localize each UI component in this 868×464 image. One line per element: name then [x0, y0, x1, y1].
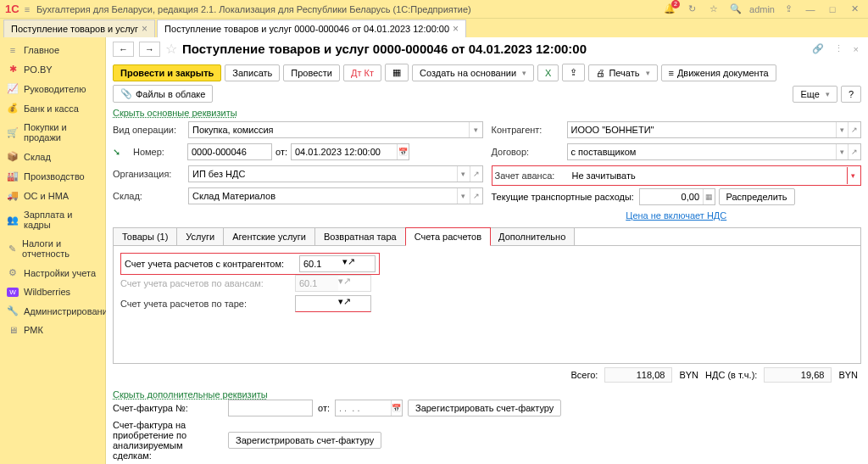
tab-close-icon[interactable]: ×	[453, 23, 459, 35]
sidebar-item-admin[interactable]: 🔧Администрирование	[0, 301, 105, 321]
upload-button[interactable]: ⇪	[562, 64, 585, 81]
open-icon[interactable]: ↗	[470, 188, 482, 204]
chart-icon: 📈	[7, 83, 19, 94]
star-icon[interactable]: ☆	[705, 2, 722, 17]
dropdown-icon[interactable]: ▾	[457, 188, 470, 204]
date-field[interactable]: 📅	[291, 143, 409, 160]
sidebar-item-rmk[interactable]: 🖥РМК	[0, 321, 105, 339]
tab-extra[interactable]: Дополнительно	[490, 228, 575, 245]
contractor-field[interactable]: ▾↗	[567, 121, 862, 138]
dropdown-icon[interactable]: ▾	[836, 122, 849, 137]
sf-date-field[interactable]: 📅	[335, 400, 403, 416]
op-type-field[interactable]: ▾	[188, 121, 483, 138]
contractor-label: Контрагент:	[492, 125, 564, 135]
price-vat-link[interactable]: Цена не включает НДС	[626, 210, 726, 221]
more-button[interactable]: Еще	[793, 86, 837, 103]
minimize-icon[interactable]: —	[802, 2, 819, 17]
print-barcode-button[interactable]: ▦	[385, 64, 409, 81]
warehouse-field[interactable]: ▾↗	[188, 187, 483, 204]
tab-goods[interactable]: Товары (1)	[114, 228, 177, 245]
write-button[interactable]: Записать	[225, 64, 280, 81]
truck-icon: 🚚	[7, 190, 19, 201]
currency: BYN	[838, 370, 858, 380]
sidebar-item-warehouse[interactable]: 📦Склад	[0, 147, 105, 166]
movements-button[interactable]: ≡ Движения документа	[661, 64, 776, 81]
advance-field[interactable]: ▾	[569, 167, 860, 184]
open-icon[interactable]: ↗	[343, 296, 351, 311]
total-value: 118,08	[604, 367, 672, 383]
advance-label: Зачет аванса:	[493, 171, 565, 181]
contract-field[interactable]: ▾↗	[567, 143, 862, 160]
open-icon[interactable]: ↗	[348, 256, 355, 271]
open-icon[interactable]: ↗	[848, 144, 860, 159]
tab-doc-list[interactable]: Поступление товаров и услуг×	[3, 20, 155, 37]
tab-tare[interactable]: Возвратная тара	[315, 228, 406, 245]
dropdown-icon[interactable]: ▾	[836, 144, 849, 159]
register-sf-acq-button[interactable]: Зарегистрировать счет-фактуру	[228, 432, 381, 449]
dropdown-icon[interactable]: ▾	[457, 166, 470, 182]
calc-icon[interactable]: ▦	[703, 189, 714, 204]
register-sf-button[interactable]: Зарегистрировать счет-фактуру	[408, 400, 561, 416]
search-icon[interactable]: 🔍	[727, 2, 744, 17]
transport-field[interactable]: ▦	[639, 188, 715, 205]
calendar-icon[interactable]: 📅	[391, 400, 402, 416]
acct-tare-field[interactable]: ▾↗	[295, 295, 371, 312]
app-logo: 1C	[5, 3, 19, 15]
factory-icon: 🏭	[7, 171, 19, 182]
sidebar-item-tax[interactable]: ✎Налоги и отчетность	[0, 234, 105, 263]
excel-button[interactable]: X	[537, 64, 559, 81]
org-field[interactable]: ▾↗	[188, 165, 483, 182]
post-button[interactable]: Провести	[283, 64, 340, 81]
close-icon[interactable]: ✕	[846, 2, 863, 17]
contract-label: Договор:	[492, 147, 564, 157]
sidebar-item-payroll[interactable]: 👥Зарплата и кадры	[0, 205, 105, 234]
dropdown-icon[interactable]: ▾	[469, 122, 481, 137]
hide-main-link[interactable]: Скрыть основные реквизиты	[113, 108, 237, 118]
caps-icon[interactable]: ⇪	[780, 2, 797, 17]
sidebar-item-production[interactable]: 🏭Производство	[0, 166, 105, 186]
distribute-button[interactable]: Распределить	[719, 188, 795, 205]
number-field[interactable]	[187, 143, 272, 160]
sidebar-item-settings[interactable]: ⚙Настройки учета	[0, 263, 105, 282]
hide-extra-link[interactable]: Скрыть дополнительные реквизиты	[113, 389, 268, 400]
op-type-label: Вид операции:	[113, 125, 185, 135]
post-and-close-button[interactable]: Провести и закрыть	[113, 64, 221, 81]
sidebar-item-poby[interactable]: ✱PO.BY	[0, 59, 105, 79]
username[interactable]: admin	[749, 4, 775, 14]
cloud-files-button[interactable]: 📎 Файлы в облаке	[113, 85, 213, 103]
create-based-button[interactable]: Создать на основании	[412, 64, 534, 81]
sf-num-field[interactable]	[228, 400, 313, 416]
sidebar-item-sales[interactable]: 🛒Покупки и продажи	[0, 118, 105, 147]
calendar-icon[interactable]: 📅	[397, 144, 409, 159]
acct-contr-field[interactable]: ▾↗	[299, 255, 376, 272]
tab-close-icon[interactable]: ×	[142, 23, 147, 35]
totals-row: Всего: 118,08 BYN НДС (в т.ч.): 19,68 BY…	[106, 364, 868, 386]
sidebar-item-manager[interactable]: 📈Руководителю	[0, 79, 105, 98]
menu-icon[interactable]: ≡	[25, 4, 30, 14]
tab-doc-current[interactable]: Поступление товаров и услуг 0000-000046 …	[157, 20, 466, 37]
sf-num-label: Счет-фактура №:	[113, 403, 223, 413]
dt-kt-button[interactable]: Дт Кт	[343, 64, 381, 81]
open-icon[interactable]: ↗	[470, 166, 482, 182]
help-button[interactable]: ?	[841, 86, 861, 103]
close-doc-icon[interactable]: ×	[851, 44, 861, 54]
print-button[interactable]: 🖨 Печать	[588, 64, 657, 81]
notifications-icon[interactable]: 🔔2	[661, 2, 678, 17]
open-icon[interactable]: ↗	[848, 122, 860, 137]
sidebar-item-main[interactable]: ≡Главное	[0, 41, 105, 59]
nav-forward-button[interactable]: →	[139, 42, 160, 57]
tab-agent[interactable]: Агентские услуги	[224, 228, 315, 245]
sidebar-item-wb[interactable]: WWildberries	[0, 282, 105, 301]
tab-services[interactable]: Услуги	[177, 228, 224, 245]
maximize-icon[interactable]: □	[824, 2, 841, 17]
sidebar: ≡Главное ✱PO.BY 📈Руководителю 💰Банк и ка…	[0, 37, 106, 464]
sidebar-item-bank[interactable]: 💰Банк и касса	[0, 98, 105, 118]
favorite-icon[interactable]: ☆	[165, 41, 177, 57]
more-icon[interactable]: ⋮	[832, 43, 846, 54]
link-icon[interactable]: 🔗	[810, 43, 826, 54]
nav-back-button[interactable]: ←	[113, 42, 134, 57]
tab-accounts[interactable]: Счета расчетов	[405, 227, 491, 246]
sidebar-item-assets[interactable]: 🚚ОС и НМА	[0, 186, 105, 205]
history-icon[interactable]: ↻	[683, 2, 700, 17]
dropdown-icon[interactable]: ▾	[847, 167, 860, 184]
